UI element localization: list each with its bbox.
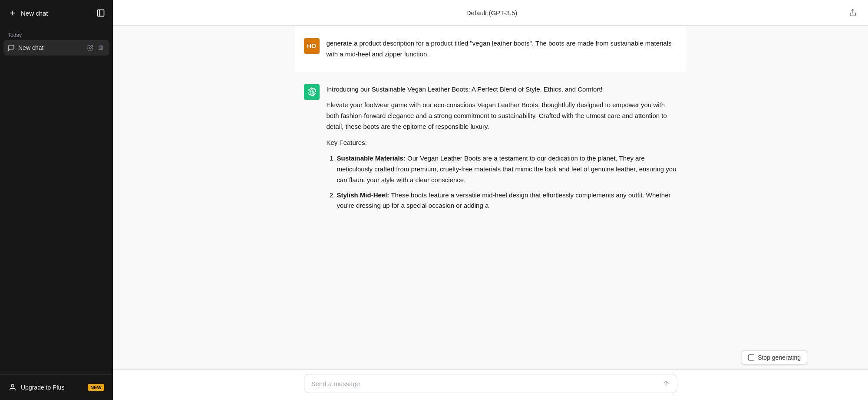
feature-item-2: Stylish Mid-Heel: These boots feature a … <box>337 190 677 212</box>
assistant-paragraph1: Elevate your footwear game with our eco-… <box>327 100 677 132</box>
model-label: Default (GPT-3.5) <box>137 9 846 16</box>
trash-icon <box>98 45 104 51</box>
edit-icon <box>87 45 93 51</box>
stop-checkbox-icon <box>748 354 754 361</box>
edit-chat-button[interactable] <box>86 43 95 52</box>
sidebar-footer: Upgrade to Plus NEW <box>0 374 113 400</box>
feature-1-bold: Sustainable Materials: <box>337 154 406 162</box>
assistant-title: Introducing our Sustainable Vegan Leathe… <box>327 84 677 95</box>
gpt-avatar <box>304 84 320 100</box>
svg-point-4 <box>11 384 14 387</box>
share-icon <box>849 9 857 16</box>
share-button[interactable] <box>846 6 859 19</box>
new-badge: NEW <box>88 384 104 391</box>
sidebar-content: Today New chat <box>0 26 113 374</box>
user-avatar: HO <box>304 38 320 54</box>
chat-item-actions <box>86 43 105 52</box>
send-icon <box>662 380 670 387</box>
toggle-sidebar-button[interactable] <box>93 5 109 21</box>
new-chat-button[interactable]: New chat <box>4 6 93 20</box>
chat-item-label: New chat <box>18 44 43 51</box>
feature-2-bold: Stylish Mid-Heel: <box>337 191 389 199</box>
new-chat-label: New chat <box>21 10 48 17</box>
main-panel: Default (GPT-3.5) HO generate a product … <box>113 0 868 400</box>
user-message: HO generate a product description for a … <box>295 26 686 72</box>
key-features-title: Key Features: <box>327 138 677 148</box>
chat-icon <box>8 44 15 51</box>
stop-generating-button[interactable]: Stop generating <box>742 350 807 365</box>
assistant-message-content: Introducing our Sustainable Vegan Leathe… <box>327 84 677 216</box>
stop-generating-label: Stop generating <box>758 354 801 361</box>
message-input[interactable] <box>311 380 658 387</box>
chat-item[interactable]: New chat <box>3 40 109 56</box>
sidebar-header: New chat <box>0 0 113 26</box>
stop-generating-bar: Stop generating <box>113 346 868 369</box>
send-button[interactable] <box>662 380 670 387</box>
input-area <box>113 369 868 400</box>
user-message-content: generate a product description for a pro… <box>327 38 677 60</box>
chat-area[interactable]: HO generate a product description for a … <box>113 26 868 346</box>
delete-chat-button[interactable] <box>96 43 105 52</box>
svg-rect-2 <box>98 10 104 16</box>
plus-icon <box>9 9 17 17</box>
input-wrapper <box>304 374 677 393</box>
user-message-text: generate a product description for a pro… <box>327 38 677 60</box>
main-header: Default (GPT-3.5) <box>113 0 868 26</box>
today-label: Today <box>3 30 109 40</box>
user-initials: HO <box>307 43 316 49</box>
toggle-sidebar-icon <box>96 9 105 17</box>
feature-list: Sustainable Materials: Our Vegan Leather… <box>327 153 677 211</box>
assistant-message: Introducing our Sustainable Vegan Leathe… <box>295 72 686 228</box>
user-icon <box>9 384 17 391</box>
upgrade-to-plus-button[interactable]: Upgrade to Plus NEW <box>4 380 109 395</box>
sidebar: New chat Today New chat <box>0 0 113 400</box>
chat-item-left: New chat <box>8 44 83 51</box>
upgrade-label: Upgrade to Plus <box>21 384 64 391</box>
feature-item-1: Sustainable Materials: Our Vegan Leather… <box>337 153 677 185</box>
gpt-logo-icon <box>307 87 317 97</box>
